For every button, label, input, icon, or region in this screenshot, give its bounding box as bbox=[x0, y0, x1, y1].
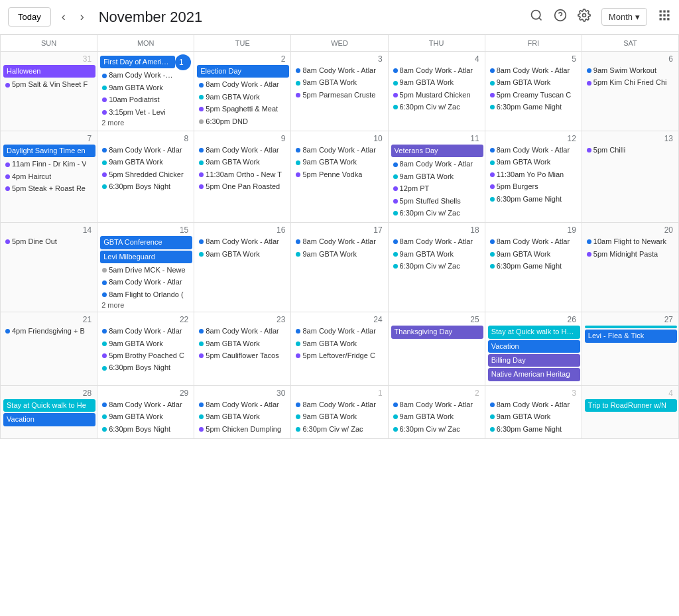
day-number[interactable]: 29 bbox=[100, 389, 192, 398]
calendar-day-cell[interactable]: 1First Day of American In8am Cody Work -… bbox=[97, 52, 194, 131]
event-chip[interactable]: Daylight Saving Time en bbox=[3, 145, 95, 157]
event-item[interactable]: 6:30pm Boys Night bbox=[100, 362, 192, 373]
event-item[interactable]: 5pm Chilli bbox=[585, 145, 677, 156]
day-number[interactable]: 13 bbox=[585, 134, 677, 143]
search-button[interactable] bbox=[530, 9, 543, 25]
event-item[interactable]: 6:30pm Civ w/ Zac bbox=[391, 208, 483, 219]
next-button[interactable]: › bbox=[76, 7, 88, 27]
event-item[interactable]: 5pm Midnight Pasta bbox=[585, 249, 677, 260]
day-number[interactable]: 30 bbox=[197, 389, 289, 398]
day-number[interactable]: 1 bbox=[175, 54, 191, 70]
event-item[interactable]: 9am GBTA Work bbox=[100, 411, 192, 422]
calendar-day-cell[interactable]: 178am Cody Work - Atlar9am GBTA Work bbox=[291, 223, 388, 312]
event-item[interactable]: 8am Cody Work - Atlar bbox=[488, 399, 580, 410]
day-number[interactable]: 4 bbox=[391, 54, 483, 64]
day-number[interactable]: 16 bbox=[197, 225, 289, 235]
event-item[interactable]: 8am Cody Work - Atlar bbox=[391, 399, 483, 410]
more-events-link[interactable]: 2 more bbox=[100, 119, 192, 127]
event-item[interactable]: 5pm Penne Vodka bbox=[294, 169, 386, 180]
event-chip[interactable]: Election Day bbox=[197, 65, 289, 78]
event-item[interactable]: 9am GBTA Work bbox=[294, 156, 386, 168]
event-item[interactable]: 4pm Friendsgiving + B bbox=[3, 326, 95, 337]
calendar-day-cell[interactable]: 298am Cody Work - Atlar9am GBTA Work6:30… bbox=[97, 385, 194, 438]
calendar-day-cell[interactable]: 188am Cody Work - Atlar9am GBTA Work6:30… bbox=[388, 223, 485, 312]
day-number[interactable]: 3 bbox=[488, 389, 580, 398]
calendar-day-cell[interactable]: 228am Cody Work - Atlar9am GBTA Work5pm … bbox=[97, 312, 194, 386]
event-item[interactable]: 11:30am Yo Po Mian bbox=[488, 169, 580, 180]
event-item[interactable]: 10am Podiatrist bbox=[100, 94, 192, 105]
calendar-day-cell[interactable]: 31Halloween5pm Salt & Vin Sheet F bbox=[1, 52, 97, 131]
event-item[interactable]: 6:30pm Game Night bbox=[488, 261, 580, 272]
event-item[interactable]: 8am Cody Work - Atlar bbox=[294, 399, 386, 410]
calendar-day-cell[interactable]: 135pm Chilli bbox=[582, 131, 678, 222]
event-chip[interactable]: Levi Milbeguard bbox=[100, 251, 192, 263]
event-item[interactable]: 8am Cody Work - Atlar bbox=[294, 65, 386, 76]
event-item[interactable]: 8am Cody Work - Atlar bbox=[100, 70, 175, 81]
apps-button[interactable] bbox=[658, 9, 671, 25]
day-number[interactable]: 21 bbox=[3, 315, 95, 324]
day-number[interactable]: 19 bbox=[488, 225, 580, 235]
calendar-day-cell[interactable]: 48am Cody Work - Atlar9am GBTA Work5pm M… bbox=[388, 52, 485, 131]
event-item[interactable]: 6:30pm Civ w/ Zac bbox=[294, 424, 386, 435]
event-chip[interactable]: Halloween bbox=[3, 65, 95, 78]
day-number[interactable]: 27 bbox=[585, 315, 677, 324]
calendar-day-cell[interactable]: 18am Cody Work - Atlar9am GBTA Work6:30p… bbox=[291, 385, 388, 438]
event-item[interactable]: 8am Cody Work - Atlar bbox=[197, 326, 289, 337]
calendar-day-cell[interactable]: 4Trip to RoadRunner w/N bbox=[582, 385, 678, 438]
event-item[interactable]: 9am GBTA Work bbox=[488, 156, 580, 168]
calendar-day-cell[interactable]: 248am Cody Work - Atlar9am GBTA Work5pm … bbox=[291, 312, 388, 386]
settings-button[interactable] bbox=[578, 9, 591, 25]
event-item[interactable]: 11:30am Ortho - New T bbox=[197, 169, 289, 180]
event-item[interactable]: 9am GBTA Work bbox=[391, 411, 483, 422]
day-number[interactable]: 17 bbox=[294, 225, 386, 235]
event-item[interactable]: 8am Cody Work - Atlar bbox=[100, 277, 192, 288]
event-item[interactable]: 9am GBTA Work bbox=[391, 249, 483, 260]
day-number[interactable]: 1 bbox=[294, 389, 386, 398]
calendar-day-cell[interactable]: 38am Cody Work - Atlar9am GBTA Work6:30p… bbox=[485, 385, 582, 438]
event-chip[interactable]: Stay at Quick walk to He bbox=[3, 399, 95, 412]
event-item[interactable]: 5pm Dine Out bbox=[3, 236, 95, 247]
calendar-day-cell[interactable]: 7Daylight Saving Time en11am Finn - Dr K… bbox=[1, 131, 97, 222]
day-number[interactable]: 28 bbox=[3, 389, 95, 398]
event-item[interactable]: 6:30pm Boys Night bbox=[100, 424, 192, 435]
calendar-day-cell[interactable]: 11Veterans Day8am Cody Work - Atlar9am G… bbox=[388, 131, 485, 222]
event-item[interactable]: 5pm Shredded Chicker bbox=[100, 169, 192, 180]
calendar-day-cell[interactable]: 238am Cody Work - Atlar9am GBTA Work5pm … bbox=[194, 312, 291, 386]
day-number[interactable]: 2 bbox=[197, 54, 289, 64]
day-number[interactable]: 3 bbox=[294, 54, 386, 64]
event-item[interactable]: 5pm Stuffed Shells bbox=[391, 196, 483, 207]
day-number[interactable]: 22 bbox=[100, 315, 192, 324]
event-item[interactable]: 4pm Haircut bbox=[3, 171, 95, 182]
event-item[interactable]: 9am GBTA Work bbox=[294, 411, 386, 422]
event-chip[interactable] bbox=[585, 326, 677, 328]
day-number[interactable]: 12 bbox=[488, 134, 580, 143]
event-chip[interactable]: Native American Heritaɡ bbox=[488, 368, 580, 381]
event-item[interactable]: 9am GBTA Work bbox=[197, 92, 289, 103]
calendar-day-cell[interactable]: 15GBTA ConferenceLevi Milbeguard5am Driv… bbox=[97, 223, 194, 312]
event-item[interactable]: 9am GBTA Work bbox=[488, 77, 580, 88]
event-item[interactable]: 5pm One Pan Roasted bbox=[197, 181, 289, 192]
event-item[interactable]: 6:30pm Civ w/ Zac bbox=[391, 424, 483, 435]
calendar-day-cell[interactable]: 25Thanksgiving Day bbox=[388, 312, 485, 386]
event-chip[interactable]: Levi - Flea & Tick bbox=[585, 330, 677, 342]
day-number[interactable]: 5 bbox=[488, 54, 580, 64]
calendar-day-cell[interactable]: 38am Cody Work - Atlar9am GBTA Work5pm P… bbox=[291, 52, 388, 131]
event-item[interactable]: 9am GBTA Work bbox=[488, 411, 580, 422]
event-item[interactable]: 5pm Parmesan Cruste bbox=[294, 90, 386, 101]
day-number[interactable]: 15 bbox=[100, 225, 192, 235]
calendar-day-cell[interactable]: 28Stay at Quick walk to HeVacation bbox=[1, 385, 97, 438]
event-chip[interactable]: Billing Day bbox=[488, 354, 580, 367]
day-number[interactable]: 31 bbox=[3, 54, 95, 64]
event-item[interactable]: 9am GBTA Work bbox=[488, 249, 580, 260]
calendar-day-cell[interactable]: 214pm Friendsgiving + B bbox=[1, 312, 97, 386]
event-item[interactable]: 6:30pm Game Night bbox=[488, 101, 580, 113]
event-item[interactable]: 9am GBTA Work bbox=[100, 156, 192, 168]
event-item[interactable]: 8am Cody Work - Atlar bbox=[197, 399, 289, 410]
event-item[interactable]: 6:30pm Civ w/ Zac bbox=[391, 261, 483, 272]
day-number[interactable]: 11 bbox=[391, 134, 483, 143]
event-item[interactable]: 6:30pm Civ w/ Zac bbox=[391, 101, 483, 113]
event-item[interactable]: 8am Cody Work - Atlar bbox=[488, 145, 580, 156]
day-number[interactable]: 24 bbox=[294, 315, 386, 324]
event-chip[interactable]: First Day of American In bbox=[100, 56, 175, 68]
event-item[interactable]: 5pm Burgers bbox=[488, 181, 580, 192]
